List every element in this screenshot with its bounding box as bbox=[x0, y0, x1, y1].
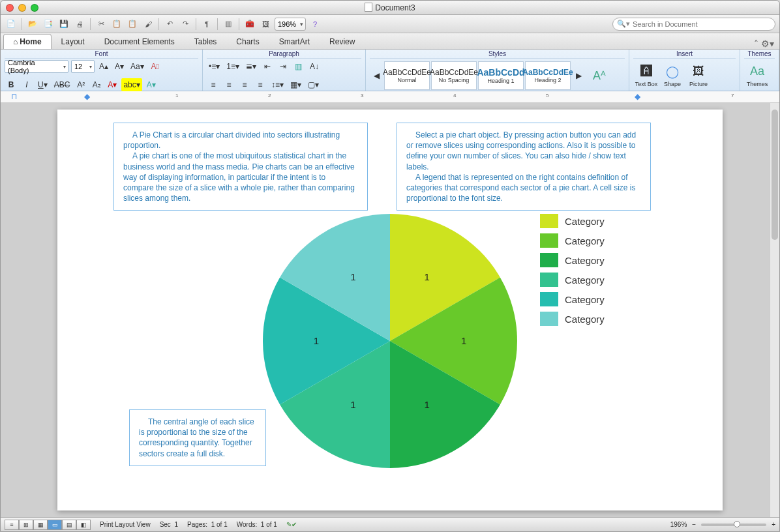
columns-button[interactable]: ▥ bbox=[292, 60, 305, 73]
font-family-selector[interactable]: Cambria (Body) bbox=[5, 60, 68, 73]
legend-swatch bbox=[540, 253, 558, 267]
tab-tables[interactable]: Tables bbox=[185, 34, 227, 49]
slice-label: 1 bbox=[314, 335, 319, 346]
new-from-template-button[interactable]: 📑 bbox=[42, 18, 55, 31]
increase-font-button[interactable]: A▴ bbox=[97, 60, 110, 73]
tab-stop-indicator[interactable]: ⊓ bbox=[11, 92, 17, 101]
view-focus-button[interactable]: ◧ bbox=[76, 520, 91, 530]
text-effects-button[interactable]: A▾ bbox=[145, 78, 158, 91]
increase-indent-button[interactable]: ⇥ bbox=[277, 60, 290, 73]
media-browser-button[interactable]: 🖼 bbox=[259, 18, 272, 31]
view-notebook-button[interactable]: ▤ bbox=[62, 520, 76, 530]
insert-textbox-button[interactable]: 🅰Text Box bbox=[633, 61, 659, 90]
page[interactable]: A Pie Chart is a circular chart divided … bbox=[57, 110, 723, 510]
new-doc-button[interactable]: 📄 bbox=[5, 18, 18, 31]
scrollbar-thumb[interactable] bbox=[772, 110, 778, 240]
horizontal-ruler[interactable]: ⊓ ◆ 1 2 3 4 5 ◆ 7 bbox=[1, 91, 779, 103]
zoom-in-button[interactable]: + bbox=[772, 521, 775, 528]
view-draft-button[interactable]: ≡ bbox=[5, 520, 19, 530]
search-box[interactable]: 🔍▾ bbox=[612, 18, 775, 31]
insert-shape-button[interactable]: ◯Shape bbox=[659, 61, 685, 90]
paste-button[interactable]: 📋 bbox=[126, 18, 139, 31]
align-left-button[interactable]: ≡ bbox=[207, 78, 220, 91]
sort-button[interactable]: A↓ bbox=[308, 60, 321, 73]
zoom-controls: 196% − + bbox=[670, 521, 775, 528]
toolbox-button[interactable]: 🧰 bbox=[243, 18, 256, 31]
legend-swatch bbox=[540, 312, 558, 326]
strikethrough-button[interactable]: ABC bbox=[52, 78, 72, 91]
tab-charts[interactable]: Charts bbox=[226, 34, 269, 49]
cut-button[interactable]: ✂ bbox=[95, 18, 108, 31]
borders-button[interactable]: ▢▾ bbox=[306, 78, 321, 91]
view-publishing-button[interactable]: ▦ bbox=[33, 520, 48, 530]
sidebar-button[interactable]: ▥ bbox=[222, 18, 235, 31]
ribbon: Font Cambria (Body) 12 A▴ A▾ Aa▾ A⃠ B I … bbox=[1, 50, 779, 91]
decrease-indent-button[interactable]: ⇤ bbox=[261, 60, 274, 73]
legend-item: Category bbox=[540, 233, 605, 248]
textbox-intro[interactable]: A Pie Chart is a circular chart divided … bbox=[113, 123, 368, 211]
zoom-slider-thumb[interactable] bbox=[734, 521, 740, 527]
bullets-button[interactable]: •≡▾ bbox=[207, 60, 222, 73]
styles-scroll-right-button[interactable]: ▶ bbox=[572, 69, 585, 82]
highlight-button[interactable]: abc▾ bbox=[121, 78, 142, 91]
tab-smartart[interactable]: SmartArt bbox=[269, 34, 320, 49]
tab-review[interactable]: Review bbox=[320, 34, 365, 49]
numbering-button[interactable]: 1≡▾ bbox=[224, 60, 241, 73]
right-indent-marker[interactable]: ◆ bbox=[635, 92, 640, 101]
minimize-window-button[interactable] bbox=[18, 4, 26, 12]
multilevel-list-button[interactable]: ≣▾ bbox=[244, 60, 258, 73]
clear-formatting-button[interactable]: A⃠ bbox=[149, 60, 162, 73]
view-print-layout-button[interactable]: ▭ bbox=[48, 520, 62, 530]
change-case-button[interactable]: Aa▾ bbox=[128, 60, 146, 73]
font-color-button[interactable]: A▾ bbox=[106, 78, 119, 91]
vertical-scrollbar[interactable] bbox=[770, 103, 779, 517]
close-window-button[interactable] bbox=[6, 4, 14, 12]
save-button[interactable]: 💾 bbox=[57, 18, 70, 31]
styles-pane-button[interactable]: Aᴬ bbox=[586, 61, 612, 90]
format-painter-button[interactable]: 🖌 bbox=[142, 18, 155, 31]
line-spacing-button[interactable]: ↕≡▾ bbox=[269, 78, 286, 91]
justify-button[interactable]: ≡ bbox=[254, 78, 267, 91]
underline-button[interactable]: U▾ bbox=[36, 78, 50, 91]
view-outline-button[interactable]: ⊞ bbox=[19, 520, 33, 530]
align-center-button[interactable]: ≡ bbox=[222, 78, 235, 91]
tab-home[interactable]: ⌂Home bbox=[3, 34, 52, 49]
zoom-slider[interactable] bbox=[701, 524, 766, 526]
insert-picture-button[interactable]: 🖼Picture bbox=[685, 61, 712, 90]
zoom-out-button[interactable]: − bbox=[692, 521, 696, 528]
search-input[interactable] bbox=[633, 20, 771, 28]
pie-chart[interactable]: 111111 bbox=[260, 211, 520, 473]
document-area[interactable]: A Pie Chart is a circular chart divided … bbox=[1, 103, 779, 517]
themes-button[interactable]: AaThemes bbox=[744, 61, 770, 90]
zoom-selector[interactable]: 196% bbox=[275, 18, 306, 31]
print-button[interactable]: 🖨 bbox=[73, 18, 86, 31]
textbox-instructions[interactable]: Select a pie chart object. By pressing a… bbox=[397, 123, 651, 211]
help-button[interactable]: ? bbox=[308, 18, 322, 31]
style-heading-2[interactable]: AaBbCcDdEeHeading 2 bbox=[525, 61, 571, 90]
styles-scroll-left-button[interactable]: ◀ bbox=[370, 69, 383, 82]
undo-button[interactable]: ↶ bbox=[163, 18, 176, 31]
style-heading-1[interactable]: AaBbCcDdHeading 1 bbox=[478, 61, 524, 90]
left-indent-marker[interactable]: ◆ bbox=[84, 92, 90, 101]
shading-button[interactable]: ▦▾ bbox=[288, 78, 303, 91]
copy-button[interactable]: 📋 bbox=[110, 18, 123, 31]
style-normal[interactable]: AaBbCcDdEeNormal bbox=[384, 61, 430, 90]
spellcheck-button[interactable]: ✎✔ bbox=[286, 521, 297, 528]
open-button[interactable]: 📂 bbox=[26, 18, 39, 31]
decrease-font-button[interactable]: A▾ bbox=[113, 60, 126, 73]
ribbon-settings[interactable]: ˄⚙▾ bbox=[754, 38, 779, 49]
subscript-button[interactable]: A₂ bbox=[90, 78, 103, 91]
superscript-button[interactable]: A² bbox=[74, 78, 87, 91]
align-right-button[interactable]: ≡ bbox=[238, 78, 251, 91]
redo-button[interactable]: ↷ bbox=[179, 18, 192, 31]
style-no-spacing[interactable]: AaBbCcDdEeNo Spacing bbox=[431, 61, 477, 90]
legend-swatch bbox=[540, 233, 558, 248]
textbox-note[interactable]: The central angle of each slice is propo… bbox=[129, 409, 266, 466]
zoom-window-button[interactable] bbox=[31, 4, 38, 12]
tab-layout[interactable]: Layout bbox=[52, 34, 95, 49]
show-formatting-button[interactable]: ¶ bbox=[200, 18, 213, 31]
italic-button[interactable]: I bbox=[20, 78, 33, 91]
bold-button[interactable]: B bbox=[5, 78, 18, 91]
font-size-selector[interactable]: 12 bbox=[71, 60, 95, 73]
tab-document-elements[interactable]: Document Elements bbox=[95, 34, 185, 49]
